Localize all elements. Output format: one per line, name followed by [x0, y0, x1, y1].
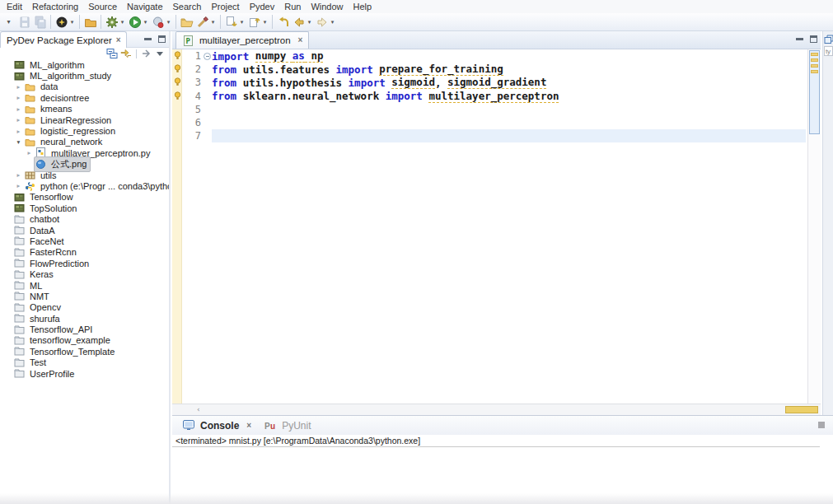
- run-button[interactable]: ▾: [127, 14, 150, 30]
- tree-item-label: UserProfile: [27, 368, 77, 380]
- vertical-scrollbar-thumb[interactable]: [809, 50, 820, 134]
- expander-collapsed-icon[interactable]: ▸: [14, 182, 23, 189]
- open-pydev-folder-button[interactable]: [179, 14, 194, 30]
- save-all-button[interactable]: [32, 14, 48, 30]
- maximize-editor-icon[interactable]: [810, 35, 817, 43]
- forward-button[interactable]: ▾: [314, 14, 337, 30]
- fold-marker-icon[interactable]: [203, 53, 212, 60]
- code-token: import: [349, 77, 386, 89]
- close-icon[interactable]: ×: [116, 36, 121, 44]
- toolbar-separator: [175, 15, 176, 29]
- code-text[interactable]: from sklearn.neural_network import multi…: [212, 90, 806, 103]
- code-token: ,: [435, 77, 447, 89]
- expander-collapsed-icon[interactable]: ▸: [25, 149, 34, 156]
- expander-collapsed-icon[interactable]: ▸: [14, 83, 23, 91]
- expander-expanded-icon[interactable]: ▾: [14, 138, 23, 146]
- previous-annotation-button[interactable]: ▾: [246, 14, 269, 30]
- view-menu-icon[interactable]: [155, 49, 165, 59]
- expander-collapsed-icon[interactable]: ▸: [14, 105, 23, 113]
- new-wizard-button[interactable]: ▾: [54, 14, 77, 30]
- next-annotation-button[interactable]: ▾: [223, 14, 246, 30]
- expander-collapsed-icon[interactable]: ▸: [14, 128, 23, 135]
- coverage-button[interactable]: ▾: [150, 14, 173, 30]
- code-token: [423, 90, 429, 102]
- tab-multilayer-perceptron[interactable]: P multilayer_perceptron ×: [175, 31, 309, 49]
- tree-item-userprofile[interactable]: UserProfile: [0, 368, 169, 379]
- warning-gutter-icon[interactable]: [172, 64, 183, 74]
- close-icon[interactable]: ×: [246, 422, 251, 430]
- search-dropdown-caret-icon[interactable]: ▾: [209, 19, 217, 26]
- menu-search[interactable]: Search: [168, 1, 207, 12]
- expander-collapsed-icon[interactable]: ▸: [14, 94, 23, 101]
- svg-text:P: P: [264, 422, 270, 431]
- warning-gutter-icon[interactable]: [172, 91, 183, 101]
- debug-dropdown-caret-icon[interactable]: ▾: [119, 19, 126, 26]
- code-text[interactable]: [212, 116, 806, 129]
- restore-view-icon[interactable]: [824, 35, 833, 44]
- menu-project[interactable]: Project: [206, 1, 244, 12]
- back-dropdown-caret-icon[interactable]: ▾: [306, 19, 313, 26]
- code-line-4[interactable]: 4from sklearn.neural_network import mult…: [172, 90, 806, 103]
- code-text[interactable]: from utils.hypothesis import sigmoid, si…: [212, 76, 806, 89]
- search-button[interactable]: ▾: [194, 14, 218, 30]
- toolbar-overflow-button[interactable]: ▾: [1, 14, 16, 30]
- horizontal-scrollbar[interactable]: ‹: [172, 404, 821, 415]
- menu-refactoring[interactable]: Refactoring: [27, 1, 83, 12]
- scroll-left-icon[interactable]: ‹: [197, 404, 200, 415]
- coverage-dropdown-caret-icon[interactable]: ▾: [165, 19, 172, 26]
- back-button[interactable]: ▾: [291, 14, 314, 30]
- code-line-2[interactable]: 2from utils.features import prepare_for_…: [172, 63, 806, 76]
- focus-view-icon[interactable]: [141, 49, 152, 59]
- code-line-6[interactable]: 6: [172, 116, 806, 129]
- save-button[interactable]: [16, 14, 32, 30]
- menu-source[interactable]: Source: [83, 1, 122, 12]
- warning-gutter-icon[interactable]: [172, 51, 183, 61]
- new-wizard-dropdown-caret-icon[interactable]: ▾: [68, 19, 76, 26]
- minimize-editor-icon[interactable]: [796, 38, 803, 40]
- tab-console[interactable]: Console×: [176, 417, 258, 435]
- editor-tab-label: multilayer_perceptron: [199, 35, 291, 45]
- next-annotation-dropdown-caret-icon[interactable]: ▾: [238, 19, 246, 26]
- link-with-editor-icon[interactable]: [120, 49, 132, 59]
- menu-navigate[interactable]: Navigate: [122, 1, 167, 12]
- run-dropdown-caret-icon[interactable]: ▾: [142, 19, 149, 26]
- collapse-all-icon[interactable]: [106, 49, 118, 59]
- collapse-fold-icon[interactable]: [204, 53, 211, 60]
- expander-collapsed-icon[interactable]: ▸: [14, 116, 23, 124]
- code-line-3[interactable]: 3from utils.hypothesis import sigmoid, s…: [172, 76, 806, 89]
- maximize-view-icon[interactable]: [158, 35, 166, 43]
- minimized-view-partial[interactable]: ty: [824, 46, 833, 56]
- overview-ruler[interactable]: [807, 49, 821, 404]
- code-token: from: [212, 77, 236, 89]
- menu-pydev[interactable]: Pydev: [245, 1, 280, 12]
- debug-button[interactable]: ▾: [104, 14, 127, 30]
- tab-pyunit[interactable]: PuPyUnit: [258, 417, 317, 435]
- console-icon: [183, 420, 194, 431]
- next-annotation-icon: [224, 15, 238, 29]
- code-text[interactable]: import numpy as np: [212, 49, 806, 63]
- code-text[interactable]: [212, 103, 806, 116]
- menu-window[interactable]: Window: [306, 1, 348, 12]
- menu-edit[interactable]: Edit: [2, 1, 27, 12]
- expander-collapsed-icon[interactable]: ▸: [14, 171, 23, 179]
- menu-help[interactable]: Help: [349, 1, 377, 12]
- horizontal-scrollbar-thumb[interactable]: [785, 406, 818, 413]
- warning-gutter-icon[interactable]: [172, 77, 183, 87]
- code-text[interactable]: [212, 129, 806, 142]
- code-line-7[interactable]: 7: [172, 129, 806, 142]
- open-resource-button[interactable]: [82, 14, 98, 30]
- console-toolbar-minimized-icon[interactable]: [818, 422, 825, 428]
- code-token: [249, 50, 255, 63]
- last-edit-location-button[interactable]: [275, 14, 291, 30]
- code-editor[interactable]: 1import numpy as np2from utils.features …: [172, 49, 821, 404]
- close-icon[interactable]: ×: [298, 36, 303, 44]
- minimize-view-icon[interactable]: [144, 38, 152, 40]
- previous-annotation-dropdown-caret-icon[interactable]: ▾: [261, 19, 269, 26]
- tab-package-explorer[interactable]: PyDev Package Explorer ×: [0, 31, 127, 48]
- code-line-5[interactable]: 5: [172, 103, 806, 116]
- menu-run[interactable]: Run: [279, 1, 306, 12]
- forward-dropdown-caret-icon[interactable]: ▾: [329, 19, 336, 26]
- line-number: 3: [183, 77, 203, 88]
- code-line-1[interactable]: 1import numpy as np: [172, 49, 806, 63]
- code-text[interactable]: from utils.features import prepare_for_t…: [212, 63, 806, 76]
